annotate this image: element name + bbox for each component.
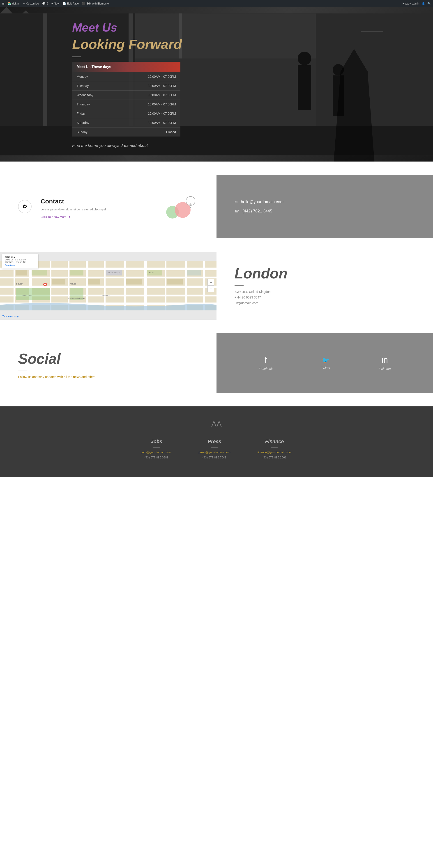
hours-day: Friday [77, 112, 85, 115]
footer-col-jobs: Jobs jobs@yourdomain.com (43) 677 886 09… [141, 439, 171, 459]
svg-text:CHELSEA: CHELSEA [16, 283, 23, 285]
social-section: Social Follow us and stay updated with a… [0, 333, 433, 393]
footer-jobs-phone: (43) 677 886 0988 [145, 456, 169, 459]
map-zoom-in[interactable]: + [208, 279, 214, 286]
edit-page-menu[interactable]: 📄 Edit Page [63, 2, 79, 5]
svg-rect-50 [187, 270, 201, 276]
svg-point-61 [44, 284, 46, 285]
contact-left: ✿ Contact Lorem ipsum dolor sit amet con… [0, 175, 216, 238]
hours-time: Closed [166, 130, 176, 134]
map-left[interactable]: CHELSEA PIMLICO WESTMINSTER LAMBETH EARL… [0, 252, 216, 320]
hours-row: Saturday 10:00AM - 07:00PM [72, 118, 180, 127]
arrow-right-icon: ➤ [68, 215, 71, 219]
hours-card-title: Meet Us These days [77, 65, 111, 69]
footer: ⋀⋀ Jobs jobs@yourdomain.com (43) 677 886… [0, 406, 433, 477]
hours-card: Meet Us These days Monday 10:00AM - 07:0… [72, 62, 180, 136]
linkedin-label: LinkedIn [379, 367, 391, 371]
hours-day: Wednesday [77, 93, 93, 97]
social-description: Follow us and stay updated with all the … [18, 374, 198, 379]
footer-finance-phone: (43) 677 886 2061 [262, 456, 286, 459]
map-line-decoration [187, 254, 205, 254]
plus-icon: + [51, 2, 53, 5]
howdy-text: Howdy, admin [403, 2, 420, 5]
map-directions-link[interactable]: Directions [5, 264, 36, 267]
hero-looking-forward: Looking Forward [72, 36, 433, 52]
svg-rect-35 [104, 261, 106, 310]
hero-section: Meet Us Looking Forward Meet Us These da… [0, 7, 433, 161]
store-icon: 🏪 [8, 2, 11, 5]
elementor-icon: ⬛ [82, 2, 85, 5]
svg-rect-49 [167, 279, 183, 284]
social-divider [18, 371, 27, 371]
footer-press-email[interactable]: press@yourdomain.com [198, 451, 230, 454]
footer-press-phone: (43) 677 886 7543 [203, 456, 226, 459]
facebook-icon: f [264, 355, 267, 365]
customize-icon: ✏ [23, 2, 25, 5]
footer-col-finance: Finance finance@yourdomain.com (43) 677 … [258, 439, 292, 459]
hours-time: 10:00AM - 07:00PM [148, 112, 176, 115]
contact-illustration [165, 193, 198, 220]
footer-jobs-title: Jobs [151, 439, 162, 444]
hours-row: Monday 10:00AM - 07:00PM [72, 72, 180, 81]
dokan-menu[interactable]: 🏪 dokan [8, 2, 20, 5]
map-zoom-out[interactable]: − [208, 286, 214, 292]
hours-time: 10:00AM - 07:00PM [148, 84, 176, 88]
location-address-line3: uk@domain.com [235, 300, 415, 306]
svg-rect-40 [203, 261, 205, 310]
location-address-line2: + 44 20 9023 3647 [235, 294, 415, 300]
contact-description: Lorem ipsum dolor sit amet cons etur adi… [40, 207, 155, 212]
comment-icon: 💬 [42, 2, 46, 5]
linkedin-item[interactable]: in LinkedIn [379, 355, 391, 371]
new-menu[interactable]: + New [51, 2, 59, 5]
customize-menu[interactable]: ✏ Customize [23, 2, 39, 5]
contact-email: hello@yourdomain.com [241, 199, 284, 204]
page-icon: 📄 [63, 2, 66, 5]
location-address: SW3 4LY, United Kingdom + 44 20 9023 364… [235, 289, 415, 306]
admin-bar: ⊞ 🏪 dokan ✏ Customize 💬 6 + New 📄 Edit P… [0, 0, 433, 7]
footer-finance-email[interactable]: finance@yourdomain.com [258, 451, 292, 454]
location-address-line1: SW3 4LY, United Kingdom [235, 289, 415, 294]
svg-rect-47 [126, 279, 142, 284]
location-divider [235, 285, 243, 286]
twitter-label: Twitter [321, 366, 330, 370]
svg-rect-37 [144, 261, 147, 310]
wp-logo[interactable]: ⊞ [2, 2, 4, 5]
contact-icon-area: ✿ [18, 200, 32, 213]
hours-row: Sunday Closed [72, 127, 180, 136]
hours-card-header: Meet Us These days [72, 62, 180, 72]
map-view-larger-link[interactable]: View larger map [2, 315, 19, 317]
contact-text-area: Contact Lorem ipsum dolor sit amet cons … [40, 195, 155, 219]
facebook-item[interactable]: f Facebook [259, 355, 272, 371]
svg-rect-26 [0, 277, 216, 278]
hours-time: 10:00AM - 07:00PM [148, 121, 176, 125]
social-title: Social [18, 350, 198, 367]
footer-columns: Jobs jobs@yourdomain.com (43) 677 886 09… [0, 439, 433, 459]
svg-rect-44 [70, 270, 83, 276]
footer-arrow[interactable]: ⋀⋀ [0, 420, 433, 427]
svg-rect-43 [52, 279, 65, 284]
search-icon[interactable]: 🔍 [427, 2, 431, 5]
svg-rect-42 [32, 270, 47, 276]
svg-rect-32 [50, 261, 51, 310]
comments-menu[interactable]: 💬 6 [42, 2, 48, 5]
twitter-item[interactable]: 🐦 Twitter [321, 356, 330, 370]
chevron-up-icon: ⋀⋀ [211, 420, 222, 427]
map-address-box: SW3 4LY Duke of York Square, Chelsea, Lo… [2, 254, 38, 269]
footer-jobs-email[interactable]: jobs@yourdomain.com [141, 451, 171, 454]
hours-row: Tuesday 10:00AM - 07:00PM [72, 81, 180, 91]
hours-row: Friday 10:00AM - 07:00PM [72, 109, 180, 118]
hours-row: Wednesday 10:00AM - 07:00PM [72, 91, 180, 100]
hero-content: Meet Us Looking Forward Meet Us These da… [72, 21, 433, 148]
elementor-menu[interactable]: ⬛ Edit with Elementor [82, 2, 110, 5]
svg-rect-39 [185, 261, 187, 310]
social-small-line [18, 347, 25, 347]
map-placeholder[interactable]: CHELSEA PIMLICO WESTMINSTER LAMBETH EARL… [0, 252, 216, 320]
admin-bar-right: Howdy, admin 👤 🔍 [403, 2, 431, 5]
svg-text:PIMLICO: PIMLICO [70, 283, 77, 285]
linkedin-icon: in [382, 355, 388, 365]
contact-more-link[interactable]: Click To Know More! ➤ [40, 215, 155, 219]
admin-avatar[interactable]: 👤 [422, 2, 425, 5]
contact-email-item: ✉ hello@yourdomain.com [235, 199, 415, 204]
contact-small-divider [40, 195, 47, 195]
svg-text:EARL'S COURT: EARL'S COURT [23, 294, 32, 296]
